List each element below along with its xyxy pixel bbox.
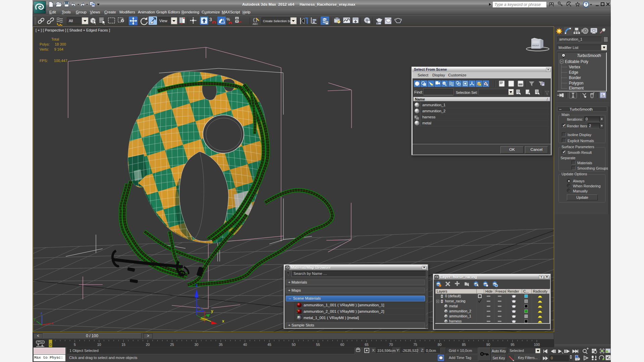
svg-text:95: 95	[511, 343, 515, 347]
svg-text:All: All	[69, 19, 73, 23]
svg-text:Element: Element	[569, 86, 584, 90]
svg-text:ABC: ABC	[253, 22, 258, 25]
svg-text:80: 80	[438, 343, 442, 347]
svg-text:25: 25	[170, 343, 174, 347]
svg-text:metal: metal	[449, 304, 458, 308]
svg-text:20: 20	[146, 343, 150, 347]
svg-text:ammunition_1_001 ( VRayMtl ): ammunition_1_001 ( VRayMtl ) [ammunition…	[304, 303, 384, 307]
svg-text:TurboSmooth: TurboSmooth	[577, 53, 601, 58]
svg-text:y: y	[34, 317, 36, 321]
svg-text:Render: Render	[507, 289, 519, 293]
svg-text:harness: harness	[449, 319, 462, 323]
svg-text:0 (default): 0 (default)	[445, 294, 461, 298]
svg-text:65: 65	[365, 343, 369, 347]
svg-text:metal_1_001 ( VRayMtl ) [met: metal_1_001 ( VRayMtl ) [metal]	[304, 316, 359, 320]
svg-text:Edge: Edge	[569, 70, 578, 75]
svg-text:35: 35	[219, 343, 223, 347]
svg-text:30: 30	[195, 343, 199, 347]
svg-text:z: z	[41, 311, 42, 315]
svg-text:harness: harness	[422, 115, 436, 119]
svg-text:Layers: Layers	[437, 289, 447, 293]
svg-text:3: 3	[209, 17, 212, 22]
svg-text:Freeze: Freeze	[495, 289, 506, 293]
svg-text:0: 0	[49, 343, 51, 347]
svg-text:60: 60	[340, 343, 344, 347]
svg-text:Editable Poly: Editable Poly	[565, 59, 588, 64]
svg-text:Polygon: Polygon	[569, 81, 583, 85]
svg-text:0: 0	[551, 356, 553, 360]
svg-text:10: 10	[97, 343, 101, 347]
svg-text:Vertex: Vertex	[569, 65, 580, 69]
svg-text:ammunition_2: ammunition_2	[422, 109, 445, 113]
svg-text:40: 40	[243, 343, 247, 347]
svg-text:metal: metal	[422, 121, 431, 125]
svg-text:45: 45	[267, 343, 271, 347]
svg-text:C...: C...	[523, 289, 529, 293]
svg-text:z: z	[196, 283, 198, 288]
svg-text:70: 70	[389, 343, 393, 347]
svg-text:100: 100	[534, 343, 540, 347]
svg-text:5: 5	[74, 343, 76, 347]
svg-text:{}: {}	[253, 17, 258, 22]
svg-text:Hide: Hide	[485, 289, 493, 293]
svg-text:Border: Border	[569, 75, 581, 80]
svg-text:90: 90	[486, 343, 490, 347]
svg-text:View: View	[159, 19, 167, 23]
svg-text:?: ?	[585, 2, 587, 7]
svg-text:55: 55	[316, 343, 320, 347]
svg-text:x: x	[52, 321, 53, 325]
svg-text:50: 50	[292, 343, 296, 347]
svg-text:horse_racing: horse_racing	[445, 299, 466, 303]
svg-text:ammunition_2_001 ( VRayMtl ): ammunition_2_001 ( VRayMtl ) [ammunition…	[304, 309, 384, 313]
svg-text:ammunition_1: ammunition_1	[422, 103, 445, 107]
svg-text:%: %	[226, 17, 230, 22]
svg-text:Radiosity: Radiosity	[533, 289, 548, 293]
svg-text:y: y	[211, 309, 213, 313]
svg-text:15: 15	[121, 343, 125, 347]
svg-text:75: 75	[413, 343, 417, 347]
svg-text:x: x	[222, 319, 224, 323]
svg-text:FRONT: FRONT	[532, 45, 539, 47]
svg-text:ammunition_2: ammunition_2	[449, 309, 471, 313]
svg-text:Create Selection Se: Create Selection Se	[263, 19, 291, 23]
svg-text:85: 85	[462, 343, 466, 347]
svg-text:ammunition_1: ammunition_1	[449, 314, 471, 318]
